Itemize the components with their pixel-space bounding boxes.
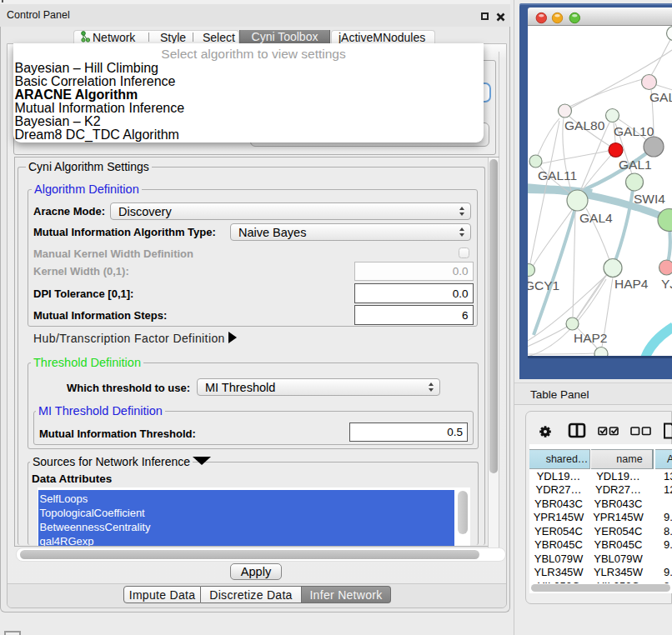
svg-text:GCY1: GCY1 — [528, 278, 559, 292]
svg-text:SWI4: SWI4 — [634, 192, 665, 206]
svg-text:GAL10: GAL10 — [614, 124, 654, 138]
svg-text:GAL1: GAL1 — [619, 158, 652, 172]
svg-text:GAL7: GAL7 — [649, 90, 672, 104]
svg-text:GAL80: GAL80 — [564, 118, 605, 132]
svg-text:GAL4: GAL4 — [579, 211, 613, 225]
svg-text:HAP2: HAP2 — [574, 331, 608, 345]
svg-text:GAL11: GAL11 — [538, 168, 577, 182]
svg-text:YJ: YJ — [661, 277, 672, 291]
svg-text:HAP4: HAP4 — [614, 277, 649, 291]
